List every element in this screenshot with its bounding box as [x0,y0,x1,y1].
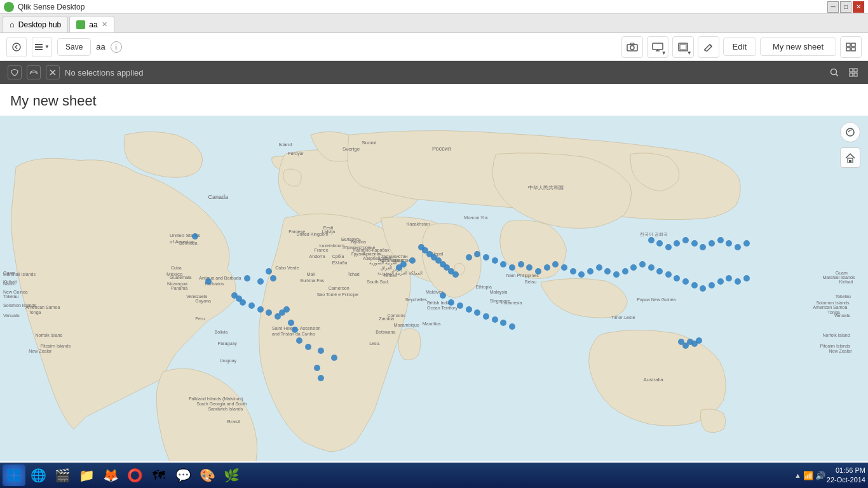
svg-text:Island: Island [278,142,292,147]
pencil-button[interactable] [698,36,719,58]
svg-point-0 [13,43,20,51]
tab-aa-icon [76,20,85,29]
selection-search-button[interactable] [827,65,841,79]
svg-text:Tonga: Tonga [29,310,41,315]
svg-text:Монгол Улс: Монгол Улс [464,215,488,220]
clear-select-icon[interactable] [46,65,60,79]
sheet-area: My new sheet [0,84,868,463]
svg-text:Tokelau: Tokelau [836,294,851,299]
chevron-icon[interactable]: ▲ [794,471,801,479]
select-partial-icon[interactable] [27,65,41,79]
svg-text:Україна: Україна [350,240,366,245]
tab-aa-close[interactable]: ✕ [102,20,107,29]
taskbar-firefox[interactable]: 🦊 [99,464,122,486]
svg-rect-133 [15,476,20,482]
svg-text:Føroyar: Føroyar [288,151,304,156]
svg-text:Sao Tomé e Príncipe: Sao Tomé e Príncipe [317,292,358,297]
taskbar-maps[interactable]: 🗺 [147,464,170,486]
taskbar-chat[interactable]: 💬 [172,464,194,486]
sheet-title: My new sheet [0,84,868,116]
svg-text:American Samoa: American Samoa [813,305,847,309]
window-title: Qlik Sense Desktop [18,3,827,11]
clear-icon [48,68,57,77]
taskbar-misc[interactable]: 🌿 [220,464,243,486]
svg-text:Tokelau: Tokelau [3,294,18,299]
svg-rect-16 [854,69,857,72]
svg-rect-7 [653,43,663,50]
svg-text:한국어 공화국: 한국어 공화국 [640,232,668,237]
back-button[interactable] [6,37,27,57]
tab-home-icon: ⌂ [10,20,15,29]
svg-text:British Indian: British Indian [427,301,453,305]
edit-button[interactable]: Edit [723,37,756,56]
taskbar-clock[interactable]: 01:56 PM 22-Oct-2014 [827,466,865,485]
svg-text:Maldives: Maldives [426,290,444,294]
maximize-button[interactable]: □ [840,1,851,13]
svg-text:Faroese: Faroese [288,229,305,234]
minimize-button[interactable]: ─ [827,1,839,13]
tab-aa[interactable]: aa ✕ [69,16,114,32]
list-icon [34,43,43,51]
map-home-button[interactable] [840,147,860,168]
svg-text:العراق: العراق [381,266,392,271]
svg-text:Venezuela: Venezuela [186,294,207,299]
window-controls: ─ □ ✕ [827,1,864,13]
list-button[interactable]: ▼ [32,37,52,57]
nav-buttons [6,37,27,57]
svg-text:Panamá: Panamá [171,286,187,290]
svg-text:Cameroon: Cameroon [329,286,349,290]
svg-rect-130 [8,469,13,475]
screenshot-button[interactable] [621,36,643,58]
svg-text:Kazakhstan: Kazakhstan [407,222,430,226]
taskbar-system-icons: ▲ 📶 🔊 [794,471,825,480]
svg-rect-1 [35,44,43,45]
svg-text:and Tristan da Cunha: and Tristan da Cunha [272,332,315,336]
tab-aa-label: aa [89,20,97,29]
save-button[interactable]: Save [57,38,91,56]
svg-text:Tchad: Tchad [348,272,360,276]
svg-point-127 [846,128,854,136]
svg-text:Marshall Islands: Marshall Islands [3,272,36,276]
svg-rect-131 [15,469,20,475]
world-map-svg: Canada United States of America México B… [0,116,868,461]
grid-icon [846,43,856,51]
sheet-name-button[interactable]: My new sheet [760,37,836,56]
svg-text:Burkina Fas: Burkina Fas [300,278,324,283]
map-container[interactable]: Canada United States of America México B… [0,116,868,461]
info-button[interactable]: i [111,41,122,53]
grid-button[interactable] [840,36,862,58]
map-zoom-button[interactable] [840,122,860,142]
svg-text:South Sud.: South Sud. [367,280,389,284]
svg-text:Eesti: Eesti [323,226,334,230]
presentation-button[interactable]: ▼ [647,36,668,58]
svg-text:Guam: Guam [836,271,848,275]
window-button[interactable]: ▼ [672,36,694,58]
taskbar-explorer[interactable]: 📁 [75,464,98,486]
taskbar-paint[interactable]: 🎨 [196,464,219,486]
svg-rect-132 [8,476,13,482]
svg-text:Andorra: Andorra [309,254,325,259]
svg-text:Sandwich Islands: Sandwich Islands [208,407,243,411]
svg-text:Россия: Россия [432,146,451,152]
time-display: 01:56 PM [827,466,865,475]
svg-rect-13 [851,48,855,51]
select-all-icon[interactable] [8,65,22,79]
svg-rect-17 [850,73,853,76]
svg-text:Pitcairn Islands: Pitcairn Islands [820,344,850,348]
chevron-down-icon: ▼ [44,44,50,50]
taskbar-media[interactable]: 🎬 [51,464,74,486]
selection-expand-button[interactable] [846,65,860,79]
svg-text:Mali: Mali [307,272,315,276]
taskbar-chrome[interactable]: ⭕ [123,464,146,486]
svg-text:United States: United States [170,233,200,238]
close-button[interactable]: ✕ [853,1,864,13]
start-button[interactable] [3,464,25,486]
svg-text:Botswana: Botswana [376,330,395,334]
svg-text:Suomi: Suomi [362,140,376,146]
taskbar-ie[interactable]: 🌐 [27,464,50,486]
svg-text:Barbados: Barbados [205,281,224,286]
svg-text:Mozambique: Mozambique [394,323,419,328]
date-display: 22-Oct-2014 [827,475,865,485]
svg-text:Cabo Verde: Cabo Verde [275,266,299,270]
tab-desktop-hub[interactable]: ⌂ Desktop hub [3,16,68,32]
